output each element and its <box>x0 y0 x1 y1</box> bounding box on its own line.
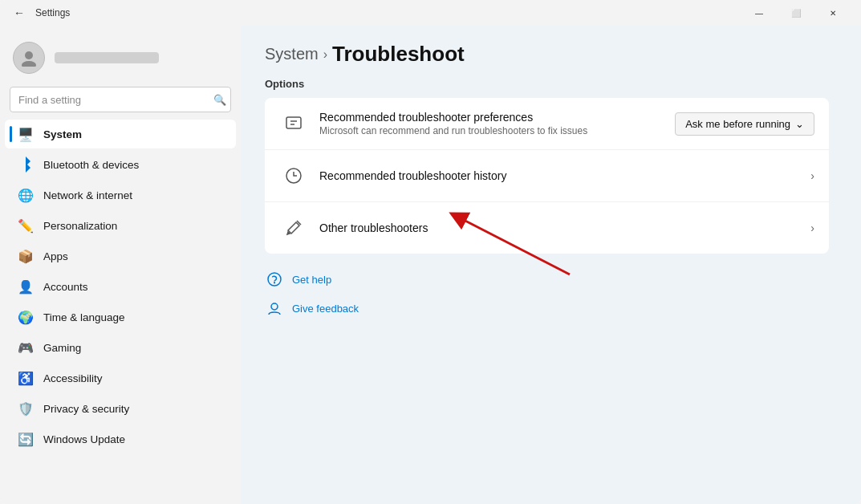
section-title: Options <box>265 78 829 90</box>
sidebar-item-privacy[interactable]: 🛡️ Privacy & security <box>5 394 236 423</box>
accounts-icon: 👤 <box>18 278 34 295</box>
avatar <box>13 42 45 74</box>
breadcrumb-parent[interactable]: System <box>265 45 319 63</box>
search-input[interactable] <box>10 87 231 112</box>
other-troubleshooters-icon <box>279 213 308 242</box>
window-title: Settings <box>35 7 734 18</box>
links-section: Get help Give feedback <box>265 266 829 321</box>
recommended-prefs-title: Recommended troubleshooter preferences <box>319 111 675 124</box>
sidebar: 🔍 🖥️ System Bluetooth & devices <box>0 26 241 504</box>
sidebar-item-accounts[interactable]: 👤 Accounts <box>5 272 236 301</box>
other-troubleshooters-action: › <box>810 222 814 234</box>
sidebar-item-label: Accessibility <box>43 372 103 384</box>
sidebar-item-label: Personalization <box>43 220 117 232</box>
personalization-icon: ✏️ <box>18 217 34 234</box>
apps-icon: 📦 <box>18 248 34 264</box>
recommended-prefs-action: Ask me before running ⌄ <box>675 112 814 136</box>
other-troubleshooters-content: Other troubleshooters <box>319 222 810 234</box>
get-help-link[interactable]: Get help <box>265 266 829 292</box>
time-icon: 🌍 <box>18 309 34 325</box>
breadcrumb-chevron-icon: › <box>323 47 327 62</box>
svg-point-0 <box>25 51 33 59</box>
maximize-button[interactable]: ⬜ <box>778 0 814 26</box>
recommended-history-content: Recommended troubleshooter history <box>319 169 810 182</box>
sidebar-item-accessibility[interactable]: ♿ Accessibility <box>5 364 236 392</box>
sidebar-item-label: Network & internet <box>43 189 132 201</box>
sidebar-item-label: Windows Update <box>43 433 125 445</box>
settings-window: ← Settings — ⬜ ✕ 🔍 <box>0 0 861 504</box>
sidebar-profile <box>0 32 241 87</box>
sidebar-item-system[interactable]: 🖥️ System <box>5 120 236 148</box>
main-wrapper: System › Troubleshoot Options <box>265 42 829 321</box>
sidebar-item-network[interactable]: 🌐 Network & internet <box>5 181 236 209</box>
other-troubleshooters-row[interactable]: Other troubleshooters › <box>265 202 829 254</box>
sidebar-item-label: Time & language <box>43 311 125 323</box>
chevron-right-icon: › <box>810 222 814 234</box>
minimize-button[interactable]: — <box>741 0 778 26</box>
main-content: System › Troubleshoot Options <box>241 26 861 504</box>
other-troubleshooters-title: Other troubleshooters <box>319 222 810 234</box>
window-controls: — ⬜ ✕ <box>741 0 851 26</box>
dropdown-label: Ask me before running <box>685 118 790 130</box>
profile-name-bar <box>55 52 159 63</box>
gaming-icon: 🎮 <box>18 339 34 356</box>
sidebar-item-label: Gaming <box>43 342 81 354</box>
close-button[interactable]: ✕ <box>814 0 851 26</box>
svg-rect-2 <box>286 117 301 128</box>
recommended-history-icon <box>279 161 308 190</box>
recommended-prefs-content: Recommended troubleshooter preferences M… <box>319 111 675 136</box>
dropdown-chevron-icon: ⌄ <box>795 118 804 130</box>
recommended-prefs-row[interactable]: Recommended troubleshooter preferences M… <box>265 98 829 150</box>
titlebar: ← Settings — ⬜ ✕ <box>0 0 861 26</box>
give-feedback-label: Give feedback <box>292 303 359 315</box>
give-feedback-icon <box>265 299 284 318</box>
recommended-history-row[interactable]: Recommended troubleshooter history › <box>265 150 829 202</box>
accessibility-icon: ♿ <box>18 370 34 386</box>
give-feedback-link[interactable]: Give feedback <box>265 295 829 321</box>
privacy-icon: 🛡️ <box>18 400 34 417</box>
svg-point-1 <box>22 61 36 67</box>
search-icon[interactable]: 🔍 <box>213 94 226 106</box>
sidebar-item-label: Privacy & security <box>43 403 129 415</box>
system-icon: 🖥️ <box>18 126 34 142</box>
bluetooth-icon <box>18 156 34 173</box>
sidebar-item-time[interactable]: 🌍 Time & language <box>5 303 236 331</box>
sidebar-item-gaming[interactable]: 🎮 Gaming <box>5 333 236 362</box>
options-card: Recommended troubleshooter preferences M… <box>265 98 829 254</box>
update-icon: 🔄 <box>18 431 34 447</box>
recommended-prefs-subtitle: Microsoft can recommend and run troubles… <box>319 125 675 136</box>
sidebar-item-personalization[interactable]: ✏️ Personalization <box>5 211 236 240</box>
sidebar-item-label: System <box>43 128 82 140</box>
get-help-icon <box>265 270 284 289</box>
svg-point-6 <box>268 273 281 286</box>
sidebar-item-label: Bluetooth & devices <box>43 159 139 171</box>
content-area: 🔍 🖥️ System Bluetooth & devices <box>0 26 861 504</box>
sidebar-search-container: 🔍 <box>10 87 231 112</box>
recommended-history-action: › <box>810 169 814 182</box>
sidebar-item-label: Apps <box>43 250 68 262</box>
sidebar-item-update[interactable]: 🔄 Windows Update <box>5 425 236 453</box>
breadcrumb-current: Troubleshoot <box>332 42 465 67</box>
svg-point-7 <box>271 303 278 310</box>
get-help-label: Get help <box>292 274 331 286</box>
active-indicator <box>10 126 12 142</box>
recommended-prefs-icon <box>279 109 308 138</box>
recommended-prefs-dropdown[interactable]: Ask me before running ⌄ <box>675 112 814 136</box>
sidebar-item-apps[interactable]: 📦 Apps <box>5 242 236 270</box>
chevron-right-icon: › <box>810 169 814 182</box>
breadcrumb: System › Troubleshoot <box>265 42 829 67</box>
recommended-history-title: Recommended troubleshooter history <box>319 169 810 182</box>
network-icon: 🌐 <box>18 187 34 203</box>
sidebar-item-bluetooth[interactable]: Bluetooth & devices <box>5 150 236 179</box>
back-button[interactable]: ← <box>10 3 29 22</box>
sidebar-item-label: Accounts <box>43 281 88 293</box>
